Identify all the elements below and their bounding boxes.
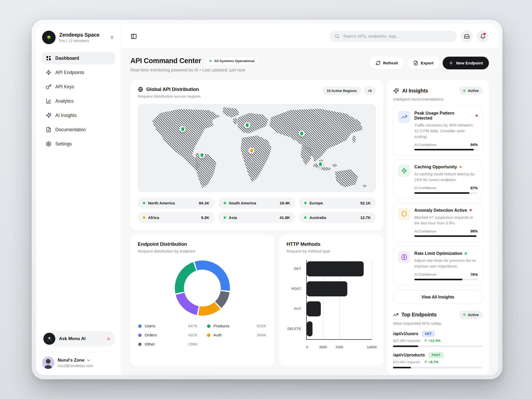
gridline <box>372 260 372 339</box>
world-map-svg <box>138 104 376 192</box>
workspace-meta: Pro | 12 Members <box>59 39 99 43</box>
export-button[interactable]: Export <box>407 57 440 69</box>
key-icon <box>46 84 51 90</box>
donut-segment-auth[interactable] <box>198 302 220 316</box>
endpoint-path: /api/v1/users <box>393 331 418 336</box>
user-profile[interactable]: Nurul's Zone nurul@zendeeps.com <box>42 357 115 369</box>
avatar <box>42 357 54 369</box>
sidebar-item-settings[interactable]: Settings <box>42 138 115 150</box>
inbox-button[interactable] <box>461 30 473 42</box>
donut-segment-products[interactable] <box>175 262 196 294</box>
active-regions-chip: 15 Active Regions <box>323 87 361 95</box>
x-tick-label: 3500 <box>319 345 327 349</box>
region-value: 84.1K <box>199 201 209 205</box>
map-marker-africa[interactable] <box>249 148 255 154</box>
sidebar-item-documentation[interactable]: Documentation <box>42 123 115 136</box>
region-dot <box>224 202 226 204</box>
ai-insights-card: AI Insights Active Intelligent recommend… <box>387 80 489 375</box>
region-stat-europe: Europe52.1K <box>299 197 376 209</box>
sidebar-item-analytics[interactable]: Analytics <box>42 95 115 107</box>
x-tick-label: 14000 <box>367 345 377 349</box>
workspace-switcher[interactable]: Zendeeps Space Pro | 12 Members <box>42 31 115 44</box>
y-tick-label: GET <box>294 267 301 271</box>
region-dot <box>143 202 145 204</box>
endpoint-usage-bar <box>393 367 483 368</box>
more-regions-chip[interactable]: +5 <box>364 87 376 95</box>
arrow-up-right-icon <box>424 339 427 342</box>
ask-monu-ai-button[interactable]: Ask Monu AI <box>42 331 115 347</box>
confidence-label: AI Confidence <box>414 186 436 190</box>
confidence-bar <box>414 149 478 150</box>
sidebar-item-label: Settings <box>55 141 72 147</box>
sidebar-item-label: Dashboard <box>55 56 79 61</box>
donut-segment-users[interactable] <box>194 261 230 291</box>
map-card-subtitle: Request distribution across regions <box>138 94 201 99</box>
legend-item-products: Products623K <box>207 324 267 328</box>
legend-label: Orders <box>145 333 157 337</box>
sidebar-item-ai-insights[interactable]: AI Insights <box>42 109 115 122</box>
gear-icon <box>46 141 51 147</box>
confidence-label: AI Confidence <box>414 143 436 147</box>
insight-card-peak-usage-pattern-detected[interactable]: Peak Usage Pattern Detected Traffic incr… <box>393 106 483 155</box>
bar-put[interactable] <box>307 301 321 316</box>
insight-list: Peak Usage Pattern Detected Traffic incr… <box>393 106 483 285</box>
main-area: API Command Center All Systems Operation… <box>121 24 498 375</box>
chevron-down-icon[interactable] <box>86 358 91 363</box>
sidebar-item-label: API Endpoints <box>55 70 84 75</box>
sidebar-item-dashboard[interactable]: Dashboard <box>42 52 115 64</box>
refresh-icon <box>376 61 381 65</box>
shield-icon <box>398 208 410 220</box>
donut-segment-other[interactable] <box>215 291 229 308</box>
http-bar-chart: GETPOSTPUTDELETE 03500700014000 <box>287 260 376 351</box>
map-marker-south-america[interactable] <box>199 152 205 158</box>
insight-card-caching-opportunity[interactable]: Caching Opportunity AI caching could red… <box>393 159 483 199</box>
sidebar-item-api-endpoints[interactable]: API Endpoints <box>42 66 115 79</box>
search-input[interactable] <box>343 34 452 39</box>
sidebar-toggle-icon[interactable] <box>130 33 137 40</box>
y-tick-label: DELETE <box>287 327 301 331</box>
chevrons-up-down-icon[interactable] <box>109 35 115 40</box>
sidebar-item-api-keys[interactable]: API Keys <box>42 81 115 93</box>
bar-post[interactable] <box>307 281 347 296</box>
view-all-insights-button[interactable]: View All Insights <box>393 290 483 304</box>
insight-card-anomaly-detection-active[interactable]: Anomaly Detection Active Blocked 47 susp… <box>393 203 483 242</box>
bar-get[interactable] <box>307 261 364 276</box>
region-stat-africa: Africa9.2K <box>138 212 215 223</box>
page-title: API Command Center <box>130 57 201 65</box>
map-marker-north-america[interactable] <box>180 126 186 132</box>
map-marker-asia[interactable] <box>299 130 305 136</box>
sidebar-nav: DashboardAPI EndpointsAPI KeysAnalyticsA… <box>42 52 115 150</box>
region-dot <box>304 216 307 219</box>
endpoint-item-api-v1-products[interactable]: /api/v1/productsPOST 623,481 requests+8.… <box>393 352 483 368</box>
insight-body: Adjust rate limits for premium tier to i… <box>414 258 478 269</box>
bar-delete[interactable] <box>307 321 312 336</box>
search-bar[interactable] <box>330 31 457 42</box>
confidence-label: AI Confidence <box>414 272 436 276</box>
confidence-value: 76% <box>470 272 478 277</box>
region-value: 41.8K <box>280 215 290 220</box>
endpoint-item-api-v1-users[interactable]: /api/v1/usersGET 847,392 requests+12.3% <box>393 331 483 347</box>
insight-body: AI caching could reduce latency by 23% f… <box>414 171 478 183</box>
notifications-button[interactable] <box>477 30 489 42</box>
new-endpoint-button[interactable]: New Endpoint <box>443 57 489 69</box>
legend-item-users: Users847K <box>138 324 198 328</box>
top-endpoints-badge: Active <box>459 311 483 319</box>
zap-icon <box>46 70 51 75</box>
http-card-subtitle: Request by method type <box>287 249 376 254</box>
brain-icon <box>398 251 410 263</box>
sparkles-icon <box>393 88 399 94</box>
confidence-bar <box>414 235 478 237</box>
endpoint-card-title: Endpoint Distribution <box>138 241 187 247</box>
sparkles-icon <box>46 112 51 118</box>
legend-label: Users <box>145 324 155 328</box>
insight-card-rate-limit-optimization[interactable]: Rate Limit Optimization Adjust rate limi… <box>393 246 483 285</box>
sidebar-item-label: AI Insights <box>55 113 77 118</box>
confidence-label: AI Confidence <box>414 229 436 233</box>
map-marker-australia[interactable] <box>317 161 323 167</box>
confidence-value: 87% <box>470 186 478 190</box>
search-icon <box>335 34 340 39</box>
profile-name: Nurul's Zone <box>58 358 84 363</box>
map-marker-europe[interactable] <box>244 122 250 128</box>
donut-segment-orders[interactable] <box>176 293 198 315</box>
refresh-button[interactable]: Refresh <box>370 57 404 69</box>
